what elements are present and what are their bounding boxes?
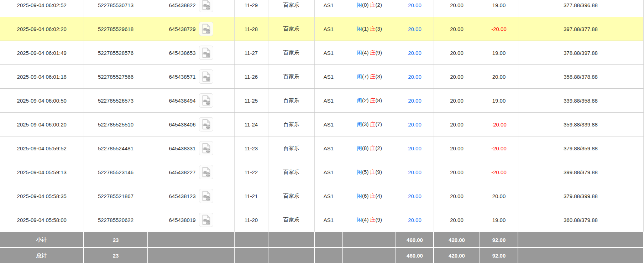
video-file-icon	[200, 143, 212, 154]
winloss-value: 20.00	[492, 74, 506, 80]
order-number-value: 522785529618	[98, 26, 133, 32]
game-type: 百家乐	[268, 17, 314, 41]
summary-valid-total: 420.00	[449, 253, 465, 259]
bet-amount-link[interactable]: 20.00	[408, 121, 422, 128]
round-number-value: 11-23	[245, 145, 258, 151]
table-row[interactable]: 2025-09-04 06:00:20 522785525510 6454384…	[0, 113, 643, 136]
bet-amount-link[interactable]: 20.00	[408, 193, 422, 199]
order-number: 522785525510	[84, 113, 148, 136]
game-number-value: 645438123	[169, 193, 195, 199]
video-replay-button[interactable]	[199, 189, 213, 203]
video-file-icon	[200, 23, 212, 35]
video-replay-button[interactable]	[199, 0, 213, 12]
table-row[interactable]: 2025-09-04 06:02:20 522785529618 6454387…	[0, 17, 643, 41]
banker-result-label: 庄	[370, 169, 376, 175]
order-number-value: 522785521867	[98, 193, 133, 199]
summary-bet-cell: 460.00	[396, 248, 434, 263]
game-number-cell: 645438653	[148, 41, 234, 65]
winloss-cell: 19.00	[480, 208, 518, 232]
game-type-value: 百家乐	[283, 26, 299, 32]
game-type-value: 百家乐	[283, 97, 299, 103]
betting-records-view: 2025-09-04 06:02:52 522785530713 6454388…	[0, 0, 644, 264]
winloss-cell: 20.00	[480, 184, 518, 208]
bet-amount-link[interactable]: 20.00	[408, 26, 422, 32]
summary-valid-total: 420.00	[449, 237, 465, 243]
game-type: 百家乐	[268, 0, 314, 17]
table-row[interactable]: 2025-09-04 06:01:18 522785527566 6454385…	[0, 65, 643, 89]
table-row[interactable]: 2025-09-04 05:59:13 522785523146 6454382…	[0, 160, 643, 184]
balance-value: 379.88/399.88	[564, 193, 598, 199]
balance-value: 359.88/339.88	[564, 121, 598, 128]
order-number-value: 522785527566	[98, 74, 133, 80]
player-result-count: (5)	[362, 169, 368, 175]
round-number-value: 11-27	[245, 50, 258, 56]
table-row[interactable]: 2025-09-04 06:00:50 522785526573 6454384…	[0, 89, 643, 113]
game-number-value: 645438019	[169, 217, 195, 223]
result-cell: 闲(1) 庄(3)	[343, 17, 396, 41]
result-cell: 闲(4) 庄(9)	[343, 41, 396, 65]
table-name-value: AS1	[324, 121, 334, 128]
video-replay-button[interactable]	[199, 165, 213, 179]
video-replay-button[interactable]	[199, 22, 213, 36]
table-row[interactable]: 2025-09-04 05:59:52 522785524481 6454383…	[0, 136, 643, 160]
banker-result-count: (4)	[376, 193, 382, 199]
summary-label: 小计	[36, 237, 47, 243]
bet-amount-link[interactable]: 20.00	[408, 169, 422, 175]
balance-cell: 377.88/396.88	[518, 0, 643, 17]
order-number-value: 522785520622	[98, 217, 133, 223]
bet-time: 2025-09-04 05:59:52	[0, 136, 84, 160]
bet-amount-link[interactable]: 20.00	[408, 145, 422, 151]
player-result-count: (6)	[362, 193, 368, 199]
order-number: 522785527566	[84, 65, 148, 89]
video-replay-button[interactable]	[199, 46, 213, 60]
table-row[interactable]: 2025-09-04 06:01:49 522785528576 6454386…	[0, 41, 643, 65]
grand-total-row: 总计 23 460.00 420.00 92.00	[0, 248, 643, 263]
banker-result-label: 庄	[370, 217, 376, 223]
bet-time-value: 2025-09-04 05:59:13	[17, 169, 67, 175]
game-type: 百家乐	[268, 184, 314, 208]
winloss-value: 19.00	[492, 50, 506, 56]
video-replay-button[interactable]	[199, 93, 213, 108]
order-number-value: 522785530713	[98, 2, 133, 8]
player-result-label: 闲	[357, 217, 362, 223]
table-name-value: AS1	[324, 169, 334, 175]
game-type-value: 百家乐	[283, 121, 299, 127]
table-row[interactable]: 2025-09-04 05:58:00 522785520622 6454380…	[0, 208, 643, 232]
video-replay-button[interactable]	[199, 69, 213, 84]
player-result-count: (4)	[362, 50, 368, 56]
video-file-icon	[200, 95, 212, 106]
game-number-cell: 645438331	[148, 136, 234, 160]
result-cell: 闲(8) 庄(2)	[343, 136, 396, 160]
summary-label-cell: 小计	[0, 232, 84, 248]
round-number: 11-28	[234, 17, 268, 41]
game-type: 百家乐	[268, 41, 314, 65]
video-replay-button[interactable]	[199, 117, 213, 131]
video-replay-button[interactable]	[199, 213, 213, 227]
bet-amount-link[interactable]: 20.00	[408, 74, 422, 80]
order-number: 522785524481	[84, 136, 148, 160]
valid-amount-value: 20.00	[450, 217, 464, 223]
bet-time: 2025-09-04 05:59:13	[0, 160, 84, 184]
table-name: AS1	[314, 65, 343, 89]
game-number-cell: 645438227	[148, 160, 234, 184]
valid-amount-cell: 20.00	[434, 208, 480, 232]
table-row[interactable]: 2025-09-04 06:02:52 522785530713 6454388…	[0, 0, 643, 17]
bet-amount-link[interactable]: 20.00	[408, 98, 422, 104]
result-cell: 闲(2) 庄(8)	[343, 89, 396, 113]
winloss-value: -20.00	[491, 145, 507, 151]
bet-amount-link[interactable]: 20.00	[408, 2, 422, 8]
table-name: AS1	[314, 184, 343, 208]
round-number: 11-23	[234, 136, 268, 160]
bet-amount-link[interactable]: 20.00	[408, 217, 422, 223]
balance-cell: 360.88/379.88	[518, 208, 643, 232]
banker-result-label: 庄	[370, 50, 376, 56]
game-number-value: 645438331	[169, 145, 195, 151]
table-name-value: AS1	[324, 193, 334, 199]
bet-amount-link[interactable]: 20.00	[408, 50, 422, 56]
game-number-value: 645438822	[169, 2, 195, 8]
table-row[interactable]: 2025-09-04 05:58:35 522785521867 6454381…	[0, 184, 643, 208]
balance-value: 358.88/378.88	[564, 74, 598, 80]
video-replay-button[interactable]	[199, 141, 213, 155]
round-number-value: 11-24	[245, 121, 258, 128]
bet-time-value: 2025-09-04 06:02:52	[17, 2, 67, 8]
